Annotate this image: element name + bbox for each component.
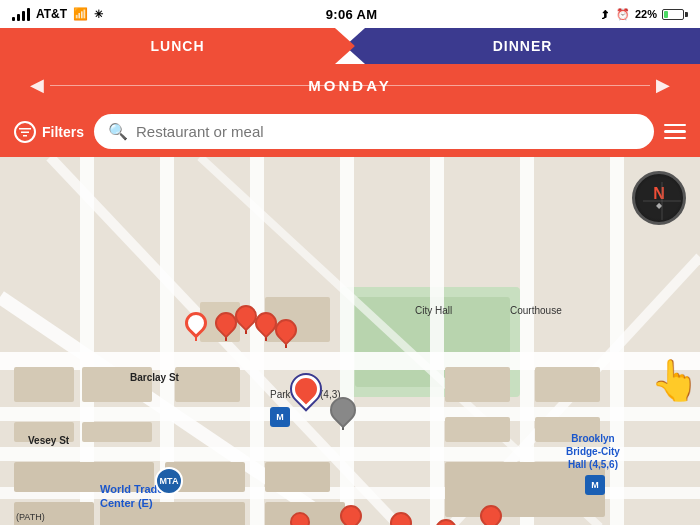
svg-rect-1 [21, 131, 29, 133]
map-pin-4 [275, 319, 297, 348]
meal-tabs: LUNCH DINNER [0, 28, 700, 64]
battery-fill [664, 11, 668, 18]
menu-line-1 [664, 124, 686, 127]
map-label-courthouse: Courthouse [510, 305, 562, 316]
map-label-barclay: Barclay St [130, 372, 179, 383]
signal-bar-1 [12, 17, 15, 21]
svg-rect-33 [445, 417, 510, 442]
map-pin-3 [255, 312, 277, 341]
filters-button[interactable]: Filters [14, 121, 84, 143]
map-label-path: (PATH) [16, 512, 45, 522]
day-selector: ◀ MONDAY ▶ [0, 64, 700, 106]
alarm-icon: ⏰ [616, 8, 630, 21]
subway-icon-park-row: M [270, 407, 290, 427]
svg-rect-30 [265, 462, 330, 492]
map-pin-selected [292, 375, 320, 410]
menu-button[interactable] [664, 124, 686, 140]
status-right: ⮭ ⏰ 22% [600, 8, 688, 21]
status-bar: AT&T 📶 ✳ 9:06 AM ⮭ ⏰ 22% [0, 0, 700, 28]
map-area: City Hall Courthouse Barclay St Park Row… [0, 157, 700, 525]
compass: N ◆ [632, 171, 686, 225]
battery-tip [685, 12, 688, 17]
menu-line-3 [664, 137, 686, 140]
map-pin-b5 [435, 519, 457, 525]
filter-svg [19, 127, 31, 137]
search-icon: 🔍 [108, 122, 128, 141]
signal-bar-2 [17, 14, 20, 21]
map-label-city-hall: City Hall [415, 305, 452, 316]
battery-indicator [662, 9, 688, 20]
pin-head-4 [270, 314, 301, 345]
pin-white-head [180, 307, 211, 338]
svg-rect-31 [445, 367, 510, 402]
svg-rect-0 [19, 128, 31, 130]
next-day-button[interactable]: ▶ [646, 74, 680, 96]
filters-label: Filters [42, 124, 84, 140]
map-pin-b4 [390, 512, 412, 525]
hand-pointer: 👆 [650, 357, 700, 404]
signal-bars [12, 7, 30, 21]
map-label-vesey: Vesey St [28, 435, 69, 446]
wifi-icon: 📶 [73, 7, 88, 21]
mta-icon-wtc: MTA [155, 467, 183, 495]
battery-body [662, 9, 684, 20]
signal-bar-3 [22, 11, 25, 21]
menu-line-2 [664, 130, 686, 133]
signal-bar-4 [27, 8, 30, 21]
svg-rect-32 [535, 367, 600, 402]
search-bar: Filters 🔍 [0, 106, 700, 157]
pin-gray-head [325, 392, 362, 429]
svg-rect-25 [82, 422, 152, 442]
compass-svg [635, 174, 689, 228]
svg-rect-2 [23, 135, 27, 137]
pin-selected-head [286, 369, 326, 409]
prev-day-button[interactable]: ◀ [20, 74, 54, 96]
map-label-brooklyn: BrooklynBridge-CityHall (4,5,6) [566, 432, 620, 471]
battery-percent: 22% [635, 8, 657, 20]
search-input[interactable] [136, 123, 640, 140]
svg-rect-26 [175, 367, 240, 402]
map-pin-gray [330, 397, 356, 430]
map-label-wtc: World TradeCenter (E) [100, 482, 163, 511]
map-pin-b2 [290, 512, 310, 525]
filter-icon [14, 121, 36, 143]
location-icon: ⮭ [600, 8, 611, 20]
subway-icon-brooklyn: M [585, 475, 605, 495]
search-input-wrap[interactable]: 🔍 [94, 114, 654, 149]
map-pin-b3 [340, 505, 362, 525]
time-display: 9:06 AM [326, 7, 377, 22]
carrier-label: AT&T [36, 7, 67, 21]
pin-b6-head [475, 500, 506, 525]
map-pin-white [185, 312, 207, 341]
sync-icon: ✳ [94, 8, 103, 21]
map-pin-2 [235, 305, 257, 334]
current-day: MONDAY [54, 77, 646, 94]
tab-lunch[interactable]: LUNCH [0, 28, 355, 64]
map-pin-b6 [480, 505, 502, 525]
svg-rect-15 [430, 157, 444, 525]
tab-dinner[interactable]: DINNER [345, 28, 700, 64]
status-left: AT&T 📶 ✳ [12, 7, 103, 21]
pin-b3-head [335, 500, 366, 525]
svg-rect-22 [14, 367, 74, 402]
